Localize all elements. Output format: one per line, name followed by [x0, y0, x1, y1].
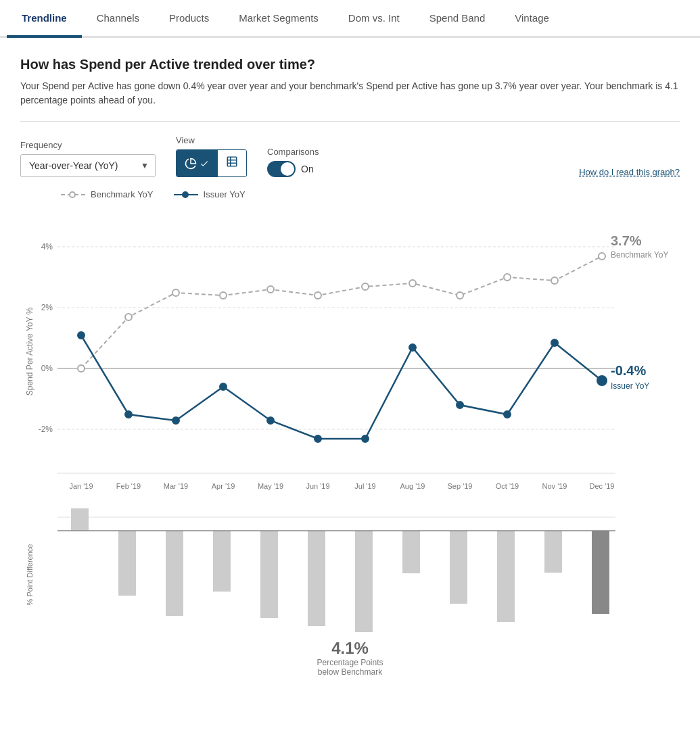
table-icon: [226, 155, 238, 168]
issuer-dot-jan: [78, 332, 85, 339]
view-label: View: [176, 135, 247, 145]
tab-spend-band[interactable]: Spend Band: [415, 0, 500, 36]
bar-apr: [213, 531, 231, 592]
frequency-label: Frequency: [20, 140, 156, 150]
issuer-legend-item: Issuer YoY: [174, 189, 246, 199]
svg-text:Aug '19: Aug '19: [400, 482, 425, 490]
bottom-percentage: 4.1%: [20, 639, 680, 658]
issuer-dot-jun: [314, 435, 321, 442]
issuer-dot-may: [267, 417, 274, 424]
y-axis-title: Spend Per Active YoY %: [25, 307, 34, 396]
benchmark-line: [81, 256, 602, 368]
issuer-dot-mar: [172, 417, 179, 424]
tab-products[interactable]: Products: [154, 0, 224, 36]
bar-may: [260, 531, 278, 618]
benchmark-dot-oct: [504, 274, 511, 281]
svg-text:Jun '19: Jun '19: [306, 482, 329, 490]
issuer-dot-feb: [125, 411, 132, 418]
tab-market-segments[interactable]: Market Segments: [224, 0, 333, 36]
bar-feb: [118, 531, 136, 596]
benchmark-dot-aug: [409, 280, 416, 287]
svg-text:-2%: -2%: [39, 425, 53, 434]
svg-text:Feb '19: Feb '19: [116, 482, 141, 490]
bar-oct: [497, 531, 515, 622]
bar-jun: [308, 531, 325, 626]
chart-legend: Benchmark YoY Issuer YoY: [20, 189, 680, 199]
issuer-dot-oct: [504, 411, 511, 418]
view-control: View: [176, 135, 247, 177]
svg-text:Sep '19: Sep '19: [448, 482, 473, 490]
benchmark-dot-nov: [551, 277, 558, 284]
bar-dec: [592, 531, 609, 614]
svg-text:Oct '19: Oct '19: [496, 482, 519, 490]
divider: [20, 121, 680, 122]
comparisons-control: Comparisons On: [267, 147, 319, 177]
tab-channels[interactable]: Channels: [82, 0, 154, 36]
svg-text:0%: 0%: [41, 364, 53, 373]
frequency-control: Frequency Year-over-Year (YoY) ▼: [20, 140, 156, 177]
svg-text:4%: 4%: [41, 242, 53, 251]
tab-dom-vs-int[interactable]: Dom vs. Int: [333, 0, 415, 36]
issuer-annotation-label: Issuer YoY: [611, 381, 649, 391]
comparisons-toggle[interactable]: [267, 161, 296, 177]
benchmark-dot-feb: [125, 314, 132, 320]
issuer-dot-jul: [362, 435, 369, 442]
svg-text:Jul '19: Jul '19: [354, 482, 375, 490]
svg-text:May '19: May '19: [258, 482, 283, 490]
line-chart-svg: Spend Per Active YoY % 4% 2% 0% -2% Jan …: [20, 206, 683, 497]
benchmark-dot-sep: [457, 292, 463, 299]
benchmark-annotation: 3.7%: [611, 233, 642, 248]
tab-vintage[interactable]: Vintage: [500, 0, 564, 36]
svg-text:Mar '19: Mar '19: [164, 482, 188, 490]
toggle-on-label: On: [301, 164, 314, 174]
frequency-select-wrapper[interactable]: Year-over-Year (YoY) ▼: [20, 154, 156, 177]
svg-text:2%: 2%: [41, 303, 53, 312]
benchmark-dot-jan: [78, 365, 85, 372]
benchmark-dot-apr: [220, 292, 227, 299]
issuer-dot-aug: [409, 344, 416, 351]
bar-aug: [402, 531, 420, 573]
benchmark-legend-item: Benchmark YoY: [61, 189, 154, 199]
comparisons-label: Comparisons: [267, 147, 319, 157]
issuer-dot-dec: [597, 376, 607, 385]
bar-sep: [450, 531, 467, 604]
issuer-dot-sep: [457, 402, 463, 408]
benchmark-dot-mar: [172, 289, 179, 296]
svg-text:Dec '19: Dec '19: [590, 482, 615, 490]
bottom-annotation: 4.1% Percentage Points below Benchmark: [20, 639, 680, 684]
benchmark-dot-jun: [314, 292, 321, 299]
bar-chart-svg: % Point Difference: [20, 497, 683, 652]
bar-y-axis-title: % Point Difference: [26, 544, 34, 606]
bar-nov: [544, 531, 562, 573]
read-graph-link[interactable]: How do I read this graph?: [579, 167, 680, 177]
toggle-knob: [281, 162, 294, 176]
svg-text:Nov '19: Nov '19: [542, 482, 567, 490]
benchmark-dot-may: [267, 286, 274, 293]
bottom-label-line2: below Benchmark: [20, 667, 680, 677]
benchmark-dot-jul: [362, 283, 369, 290]
tab-trendline[interactable]: Trendline: [7, 0, 82, 38]
chart-view-button[interactable]: [177, 150, 217, 176]
bar-chart-container: % Point Difference: [20, 497, 680, 684]
toggle-row: On: [267, 161, 319, 177]
bar-jul: [355, 531, 373, 632]
svg-text:Jan '19: Jan '19: [69, 482, 93, 490]
frequency-select[interactable]: Year-over-Year (YoY): [20, 154, 156, 177]
bar-jan: [71, 508, 89, 531]
tabs-nav: Trendline Channels Products Market Segme…: [0, 0, 700, 38]
issuer-line: [81, 335, 602, 439]
table-view-button[interactable]: [217, 150, 246, 176]
check-icon: [200, 159, 209, 168]
benchmark-dot-dec: [599, 253, 605, 260]
description-text: Your Spend per Active has gone down 0.4%…: [20, 79, 680, 107]
bottom-label-line1: Percentage Points: [20, 658, 680, 667]
benchmark-annotation-label: Benchmark YoY: [611, 250, 668, 260]
line-chart-container: Spend Per Active YoY % 4% 2% 0% -2% Jan …: [20, 206, 680, 497]
question-heading: How has Spend per Active trended over ti…: [20, 57, 680, 72]
bar-mar: [166, 531, 183, 616]
view-buttons-group: [176, 149, 247, 177]
svg-rect-0: [227, 157, 237, 166]
issuer-annotation: -0.4%: [611, 363, 646, 378]
pie-chart-icon: [185, 158, 197, 170]
svg-text:Apr '19: Apr '19: [212, 482, 235, 490]
